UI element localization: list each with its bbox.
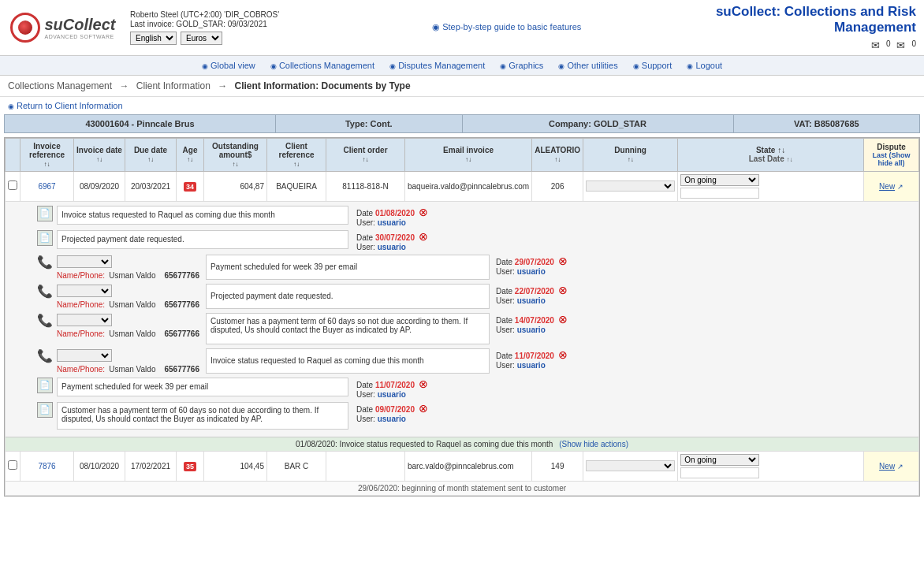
phone-icon-6: 📞 [37, 348, 54, 363]
phone-message-4: Projected payment date requested. [206, 284, 490, 309]
sort-arrow-outstanding[interactable]: ↑↓ [233, 161, 239, 168]
th-email: Email invoice ↑↓ [405, 138, 532, 171]
breadcrumb: Collections Management → Client Informat… [0, 76, 924, 97]
sort-arrow-dunning[interactable]: ↑↓ [628, 156, 634, 163]
client-order-cell2 [326, 451, 405, 481]
phone-type-select-4[interactable] [57, 285, 112, 297]
dunning-select2[interactable] [586, 460, 675, 471]
delete-btn-ph4[interactable]: ⊗ [558, 284, 568, 296]
sort-arrow-due[interactable]: ↑↓ [147, 156, 154, 163]
state-date-input2[interactable] [680, 467, 759, 478]
sort-arrow-state[interactable]: ↑↓ [777, 146, 785, 154]
action-note-2: 📄 Projected payment date requested. Date… [37, 230, 911, 251]
age-cell1: 34 [177, 171, 204, 201]
nav-logout[interactable]: ◉ Logout [687, 61, 722, 70]
dunning-cell1 [583, 171, 678, 201]
new-link2[interactable]: New [879, 462, 895, 471]
delete-btn-7[interactable]: ⊗ [419, 378, 428, 390]
delete-btn-1[interactable]: ⊗ [419, 206, 428, 218]
phone-date-5: Date 14/07/2020 ⊗ User: usuario [496, 313, 568, 334]
invoice-ref-cell1: 6967 [20, 171, 74, 201]
client-bar-vat: VAT: B85087685 [734, 115, 919, 132]
phone-type-select-3[interactable] [57, 255, 112, 268]
nav-support[interactable]: ◉ Support [633, 61, 673, 70]
state-select1[interactable]: On going [680, 174, 759, 186]
phone-type-select-5[interactable] [57, 314, 112, 326]
last-action-bar: 01/08/2020: Invoice status requested to … [6, 437, 918, 451]
due-date-cell1: 20/03/2021 [125, 171, 177, 201]
phone-type-select-6[interactable] [57, 349, 112, 362]
main-table-container: Invoice reference ↑↓ Invoice date ↑↓ Due… [4, 137, 920, 497]
nav-other-utilities[interactable]: ◉ Other utilities [558, 61, 617, 70]
nav-collections[interactable]: ◉ Collections Management [270, 61, 374, 70]
checkbox-cell1[interactable] [6, 171, 20, 201]
th-age: Age ↑↓ [177, 138, 204, 171]
sort-arrow-clientref[interactable]: ↑↓ [293, 161, 300, 168]
logo-subtext: ADVANCED SOFTWARE [44, 34, 115, 39]
dispute-cell2: New ↗ [864, 451, 919, 481]
sort-arrow-ref[interactable]: ↑↓ [44, 161, 50, 168]
delete-btn-ph6[interactable]: ⊗ [558, 348, 568, 361]
dunning-select1[interactable] [586, 180, 675, 192]
state-date-input1[interactable] [680, 188, 759, 199]
delete-btn-ph5[interactable]: ⊗ [558, 313, 568, 326]
breadcrumb-arrow2: → [218, 80, 227, 91]
th-aleatorio: ALEATORIO ↑↓ [532, 138, 583, 171]
delete-btn-ph3[interactable]: ⊗ [558, 255, 568, 267]
sort-arrow-age[interactable]: ↑↓ [187, 156, 193, 163]
th-client-order: Client order ↑↓ [326, 138, 405, 171]
delete-btn-8[interactable]: ⊗ [419, 402, 428, 415]
phone-name-label-3: Name/Phone: [57, 271, 105, 280]
note-date-7: Date 11/07/2020 ⊗ User: usuario [356, 378, 428, 399]
action-note-8: 📄 Customer has a payment term of 60 days… [37, 402, 911, 430]
invoices-table: Invoice reference ↑↓ Invoice date ↑↓ Due… [5, 138, 919, 496]
nav-global-view[interactable]: ◉ Global view [202, 61, 255, 70]
sort-arrow-email[interactable]: ↑↓ [465, 156, 471, 163]
dispute-cell1: New ↗ [864, 171, 919, 201]
due-date-cell2: 17/02/2021 [125, 451, 177, 481]
new-link1[interactable]: New [879, 182, 895, 191]
note-date-1: Date 01/08/2020 ⊗ User: usuario [356, 206, 428, 227]
breadcrumb-collections: Collections Management [8, 80, 112, 91]
return-link[interactable]: ◉ Return to Client Information [8, 101, 123, 110]
phone-message-5: Customer has a payment term of 60 days s… [206, 313, 490, 344]
sort-arrow-order[interactable]: ↑↓ [363, 156, 369, 163]
invoice-ref-cell2: 7876 [20, 451, 74, 481]
sort-arrow-date[interactable]: ↑↓ [96, 156, 102, 163]
client-bar-company: Company: GOLD_STAR [463, 115, 734, 132]
logo-icon [10, 13, 40, 43]
mail-icon: ✉ [871, 39, 880, 51]
th-client-ref: Client reference ↑↓ [267, 138, 326, 171]
note-date-2: Date 30/07/2020 ⊗ User: usuario [356, 230, 428, 251]
phone-date-3: Date 29/07/2020 ⊗ User: usuario [496, 255, 568, 276]
invoice-ref-link2[interactable]: 7876 [38, 462, 55, 471]
phone-icon-5: 📞 [37, 313, 54, 328]
doc-icon-1: 📄 [37, 206, 53, 221]
delete-btn-2[interactable]: ⊗ [419, 230, 428, 243]
breadcrumb-client-info: Client Information [136, 80, 211, 91]
nav-graphics[interactable]: ◉ Graphics [500, 61, 543, 70]
show-hide-link[interactable]: (Show hide actions) [559, 440, 628, 448]
language-select[interactable]: English [130, 32, 177, 45]
client-bar: 430001604 - Pinncale Brus Type: Cont. Co… [4, 114, 920, 133]
checkbox-cell2[interactable] [6, 451, 20, 481]
row2-checkbox[interactable] [8, 460, 17, 470]
phone-name-label-5: Name/Phone: [57, 329, 105, 338]
age-cell2: 35 [177, 451, 204, 481]
currency-select[interactable]: Euros [181, 32, 222, 45]
nav-disputes[interactable]: ◉ Disputes Management [389, 61, 485, 70]
action-note-7: 📄 Payment scheduled for week 39 per emai… [37, 378, 911, 399]
client-bar-id: 430001604 - Pinncale Brus [5, 115, 276, 132]
state-select2[interactable]: On going [680, 454, 759, 466]
client-ref-cell1: BAQUEIRA [267, 171, 326, 201]
client-ref-cell2: BAR C [267, 451, 326, 481]
row1-checkbox[interactable] [8, 180, 17, 190]
invoice-ref-link1[interactable]: 6967 [38, 182, 55, 191]
phone-name-label-4: Name/Phone: [57, 300, 105, 309]
sort-arrow-aleatorio[interactable]: ↑↓ [554, 156, 561, 163]
mail-count: 0 [886, 39, 891, 51]
guide-link[interactable]: ◉ Step-by-step guide to basic features [432, 22, 581, 32]
phone-message-3: Payment scheduled for week 39 per email [206, 255, 490, 280]
phone-icon-3: 📞 [37, 255, 54, 270]
breadcrumb-arrow1: → [119, 80, 129, 91]
